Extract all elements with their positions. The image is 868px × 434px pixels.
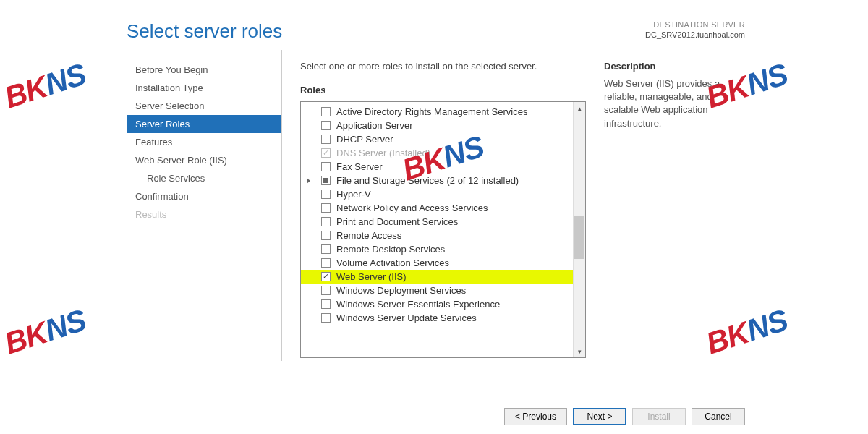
- destination-label: DESTINATION SERVER: [645, 20, 745, 29]
- role-label: DNS Server (Installed): [336, 148, 430, 158]
- role-label: DHCP Server: [336, 134, 393, 145]
- role-label: File and Storage Services (2 of 12 insta…: [336, 175, 519, 186]
- checkbox[interactable]: [321, 217, 331, 226]
- header: Select server roles DESTINATION SERVER D…: [112, 0, 756, 50]
- expand-icon[interactable]: [307, 178, 310, 184]
- checkbox[interactable]: [321, 190, 331, 199]
- role-item[interactable]: Web Server (IIS): [301, 270, 573, 284]
- nav-item: Results: [127, 205, 281, 224]
- main-panel: Select one or more roles to install on t…: [282, 50, 745, 361]
- role-item[interactable]: Hyper-V: [301, 187, 573, 201]
- role-item[interactable]: Remote Desktop Services: [301, 242, 573, 256]
- roles-list[interactable]: Active Directory Rights Management Servi…: [301, 102, 573, 357]
- role-label: Fax Server: [336, 161, 383, 172]
- role-item[interactable]: Print and Document Services: [301, 215, 573, 229]
- checkbox[interactable]: [321, 176, 331, 185]
- role-label: Windows Deployment Services: [336, 285, 466, 296]
- role-label: Volume Activation Services: [336, 258, 449, 268]
- checkbox[interactable]: [321, 121, 331, 130]
- footer-buttons: < Previous Next > Install Cancel: [112, 399, 756, 434]
- roles-column: Select one or more roles to install on t…: [300, 61, 586, 361]
- checkbox[interactable]: [321, 258, 331, 268]
- watermark: BKNS: [0, 302, 90, 361]
- role-item[interactable]: Windows Deployment Services: [301, 284, 573, 297]
- role-label: Remote Desktop Services: [336, 244, 445, 255]
- scroll-thumb[interactable]: [574, 216, 584, 259]
- role-item[interactable]: Windows Server Update Services: [301, 311, 573, 325]
- role-item[interactable]: Active Directory Rights Management Servi…: [301, 105, 573, 119]
- role-item[interactable]: DHCP Server: [301, 132, 573, 146]
- checkbox[interactable]: [321, 272, 331, 281]
- sidebar-nav: Before You BeginInstallation TypeServer …: [127, 50, 282, 361]
- instruction-text: Select one or more roles to install on t…: [300, 61, 586, 72]
- destination-server: DC_SRV2012.tuanhoai.com: [645, 30, 745, 39]
- wizard-dialog: Select server roles DESTINATION SERVER D…: [112, 0, 756, 434]
- body: Before You BeginInstallation TypeServer …: [112, 50, 756, 361]
- checkbox[interactable]: [321, 162, 331, 171]
- checkbox[interactable]: [321, 313, 331, 323]
- previous-button[interactable]: < Previous: [504, 408, 567, 425]
- scrollbar-vertical[interactable]: ▴ ▾: [573, 102, 585, 357]
- role-item[interactable]: Fax Server: [301, 160, 573, 174]
- nav-item[interactable]: Features: [127, 133, 281, 151]
- checkbox[interactable]: [321, 107, 331, 116]
- nav-item[interactable]: Web Server Role (IIS): [127, 151, 281, 169]
- nav-item[interactable]: Server Selection: [127, 97, 281, 115]
- nav-item[interactable]: Role Services: [127, 169, 281, 187]
- role-item[interactable]: Windows Server Essentials Experience: [301, 297, 573, 311]
- checkbox: [321, 148, 331, 158]
- role-item[interactable]: Remote Access: [301, 229, 573, 242]
- checkbox[interactable]: [321, 203, 331, 213]
- nav-item[interactable]: Confirmation: [127, 187, 281, 205]
- role-label: Remote Access: [336, 230, 401, 241]
- destination-block: DESTINATION SERVER DC_SRV2012.tuanhoai.c…: [645, 20, 745, 39]
- cancel-button[interactable]: Cancel: [692, 408, 745, 425]
- checkbox[interactable]: [321, 231, 331, 240]
- role-label: Print and Document Services: [336, 216, 458, 227]
- role-label: Active Directory Rights Management Servi…: [336, 106, 527, 117]
- description-label: Description: [604, 61, 745, 72]
- page-title: Select server roles: [127, 20, 282, 43]
- description-text: Web Server (IIS) provides a reliable, ma…: [604, 77, 745, 130]
- roles-label: Roles: [300, 85, 586, 95]
- next-button[interactable]: Next >: [573, 408, 626, 425]
- checkbox[interactable]: [321, 244, 331, 254]
- description-column: Description Web Server (IIS) provides a …: [586, 61, 745, 361]
- watermark: BKNS: [0, 56, 90, 115]
- role-item[interactable]: Network Policy and Access Services: [301, 201, 573, 215]
- nav-item[interactable]: Before You Begin: [127, 61, 281, 79]
- scroll-down-icon[interactable]: ▾: [574, 345, 585, 357]
- role-item[interactable]: File and Storage Services (2 of 12 insta…: [301, 174, 573, 187]
- role-item[interactable]: Application Server: [301, 119, 573, 132]
- role-label: Network Policy and Access Services: [336, 203, 488, 213]
- checkbox[interactable]: [321, 299, 331, 309]
- role-label: Web Server (IIS): [336, 271, 407, 282]
- nav-item[interactable]: Server Roles: [127, 115, 281, 133]
- scroll-track[interactable]: [574, 114, 585, 345]
- role-label: Windows Server Essentials Experience: [336, 299, 500, 310]
- scroll-up-icon[interactable]: ▴: [574, 102, 585, 114]
- role-label: Windows Server Update Services: [336, 312, 477, 323]
- install-button[interactable]: Install: [632, 408, 686, 425]
- checkbox[interactable]: [321, 286, 331, 295]
- roles-listbox: Active Directory Rights Management Servi…: [300, 101, 586, 358]
- checkbox[interactable]: [321, 135, 331, 144]
- nav-item[interactable]: Installation Type: [127, 79, 281, 97]
- role-item[interactable]: Volume Activation Services: [301, 256, 573, 270]
- role-label: Application Server: [336, 120, 413, 131]
- role-label: Hyper-V: [336, 189, 371, 200]
- role-item[interactable]: DNS Server (Installed): [301, 146, 573, 160]
